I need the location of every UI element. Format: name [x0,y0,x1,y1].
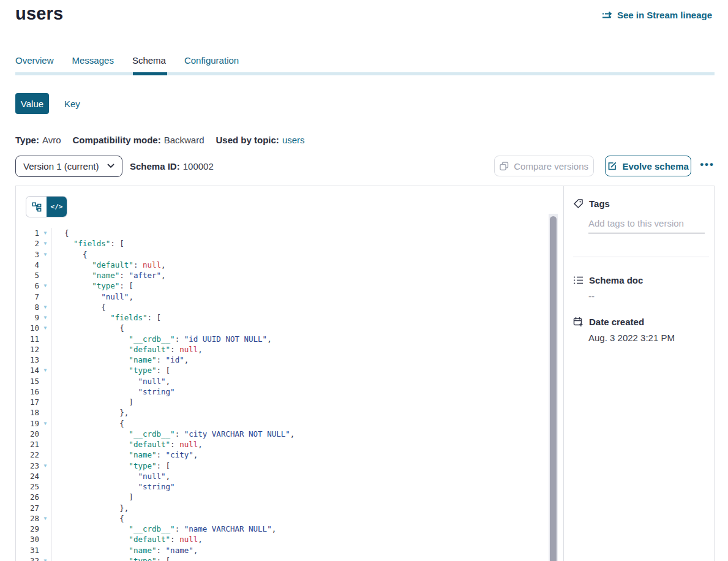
code-text[interactable]: "type": [ [52,365,170,375]
fold-gutter [39,344,52,355]
code-text[interactable]: "null", [52,292,133,302]
code-text[interactable]: ] [52,397,133,407]
tab-overview[interactable]: Overview [15,55,54,66]
tab-messages[interactable]: Messages [72,55,114,66]
fold-toggle-icon[interactable]: ▼ [39,323,52,333]
tree-view-button[interactable] [26,197,47,217]
code-text[interactable]: "default": null, [52,534,203,544]
fold-toggle-icon[interactable]: ▼ [39,365,52,375]
fold-toggle-icon[interactable]: ▼ [39,555,52,561]
key-toggle-button[interactable]: Key [64,99,80,109]
code-lines: 1▼{2▼ "fields": [3▼ {4 "default": null,5… [16,228,554,561]
fold-toggle-icon[interactable]: ▼ [39,302,52,312]
line-number: 19 [16,418,39,429]
tab-schema[interactable]: Schema [132,55,166,66]
version-select-value: Version 1 (current) [23,161,107,171]
see-in-stream-lineage-link[interactable]: See in Stream lineage [602,10,712,20]
fold-toggle-icon[interactable]: ▼ [39,461,52,471]
code-text[interactable]: { [52,228,69,238]
code-text[interactable]: "string" [52,481,175,492]
code-text[interactable]: "type": [ [52,461,170,471]
code-text[interactable]: "__crdb__": "city VARCHAR NOT NULL", [52,429,295,439]
line-number: 1 [16,228,39,238]
fold-toggle-icon[interactable]: ▼ [39,513,52,524]
code-text[interactable]: "name": "city", [52,450,198,460]
code-text[interactable]: "null", [52,471,170,481]
fold-gutter [39,260,52,270]
code-text[interactable]: }, [52,503,129,513]
fold-toggle-icon[interactable]: ▼ [39,238,52,249]
code-line: 7 "null", [16,292,554,302]
sidebar-divider [573,257,709,257]
code-line: 19▼ { [16,418,554,429]
lineage-link-label: See in Stream lineage [617,10,712,20]
topic-link[interactable]: users [282,135,305,145]
add-tags-input[interactable] [588,217,705,233]
code-text[interactable]: { [52,418,124,429]
code-text[interactable]: "fields": [ [52,312,161,323]
code-text[interactable]: ] [52,492,133,502]
code-text[interactable]: "fields": [ [52,238,124,249]
version-select[interactable]: Version 1 (current) [15,156,122,177]
code-line: 6▼ "type": [ [16,280,554,291]
schema-editor: </> 1▼{2▼ "fields": [3▼ {4 "default": nu… [16,186,563,561]
code-line: 8▼ { [16,302,554,312]
code-text[interactable]: { [52,513,124,524]
code-line: 14▼ "type": [ [16,365,554,375]
line-number: 27 [16,503,39,513]
editor-view-toggle: </> [26,197,67,217]
code-line: 10▼ { [16,323,554,333]
code-text[interactable]: "type": [ [52,555,170,561]
line-number: 18 [16,407,39,418]
code-text[interactable]: "__crdb__": "id UUID NOT NULL", [52,334,272,344]
fold-toggle-icon[interactable]: ▼ [39,228,52,238]
line-number: 20 [16,429,39,439]
tab-bar: Overview Messages Schema Configuration [15,55,239,66]
evolve-schema-button[interactable]: Evolve schema [605,156,691,176]
date-created-value: Aug. 3 2022 3:21 PM [588,333,675,343]
fold-toggle-icon[interactable]: ▼ [39,418,52,429]
code-text[interactable]: "default": null, [52,344,203,355]
doc-list-icon [573,276,584,285]
fold-toggle-icon[interactable]: ▼ [39,280,52,291]
line-number: 24 [16,471,39,481]
compare-versions-icon [500,162,509,171]
line-number: 10 [16,323,39,333]
code-text[interactable]: "default": null, [52,260,166,270]
code-line: 3▼ { [16,249,554,260]
fold-toggle-icon[interactable]: ▼ [39,249,52,260]
page-title: users [15,4,63,24]
code-text[interactable]: { [52,302,106,312]
schema-type: Type: Avro [15,135,61,145]
code-text[interactable]: "name": "after", [52,270,166,280]
line-number: 3 [16,249,39,260]
code-text[interactable]: "name": "name", [52,545,198,555]
fold-gutter [39,534,52,544]
code-text[interactable]: }, [52,407,129,418]
code-text[interactable]: { [52,249,88,260]
line-number: 6 [16,280,39,291]
more-options-button[interactable]: ••• [700,159,715,173]
code-text[interactable]: { [52,323,124,333]
code-text[interactable]: "type": [ [52,280,133,291]
value-toggle-button[interactable]: Value [15,93,49,114]
tab-configuration[interactable]: Configuration [184,55,239,66]
fold-toggle-icon[interactable]: ▼ [39,312,52,323]
fold-gutter [39,471,52,481]
line-number: 14 [16,365,39,375]
code-text[interactable]: "name": "id", [52,355,189,365]
code-line: 15 "null", [16,376,554,386]
line-number: 13 [16,355,39,365]
code-text[interactable]: "__crdb__": "name VARCHAR NULL", [52,524,276,534]
code-line: 30 "default": null, [16,534,554,544]
editor-scrollbar-thumb[interactable] [550,216,557,561]
compare-versions-button[interactable]: Compare versions [494,156,594,176]
line-number: 8 [16,302,39,312]
code-line: 11 "__crdb__": "id UUID NOT NULL", [16,334,554,344]
code-view-button[interactable]: </> [47,197,67,217]
chevron-down-icon [107,164,114,168]
code-text[interactable]: "default": null, [52,439,203,450]
code-text[interactable]: "null", [52,376,170,386]
fold-gutter [39,334,52,344]
code-text[interactable]: "string" [52,386,175,397]
